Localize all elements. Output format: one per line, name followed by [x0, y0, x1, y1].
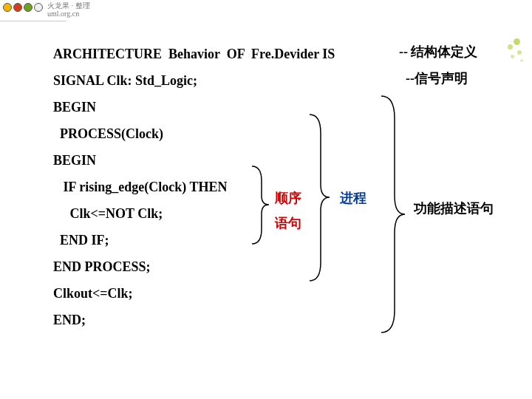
- logo-icon: [3, 1, 41, 15]
- header-divider: [0, 21, 66, 21]
- header-text: 火龙果 · 整理 uml.org.cn: [47, 1, 90, 18]
- bracket-icon: [248, 166, 270, 244]
- header-logo: 火龙果 · 整理 uml.org.cn: [0, 0, 93, 19]
- code-line: ARCHITECTURE Behavior OF Fre.Devider IS: [53, 41, 335, 67]
- bracket-icon: [306, 115, 331, 281]
- code-line: PROCESS(Clock): [53, 120, 335, 147]
- annotation-stmt: 语句: [275, 214, 301, 232]
- code-line: BEGIN: [53, 94, 335, 120]
- comment-arch-def: -- 结构体定义: [399, 43, 478, 61]
- code-line: BEGIN: [53, 147, 335, 174]
- annotation-process: 进程: [340, 189, 366, 207]
- code-line: Clkout<=Clk;: [53, 280, 335, 307]
- decorative-dot-icon: [508, 44, 513, 50]
- code-line: END;: [53, 307, 335, 333]
- decorative-dot-icon: [514, 38, 520, 45]
- annotation-behavior-stmt: 功能描述语句: [414, 200, 494, 217]
- decorative-dot-icon: [511, 55, 514, 58]
- brand-text: 火龙果 · 整理: [47, 1, 90, 10]
- brand-url: uml.org.cn: [47, 10, 79, 18]
- code-block: ARCHITECTURE Behavior OF Fre.Devider IS …: [53, 41, 335, 333]
- comment-signal-decl: --信号声明: [406, 69, 468, 87]
- decorative-dot-icon: [520, 59, 523, 62]
- annotation-seq: 顺序: [275, 189, 301, 207]
- code-line: END PROCESS;: [53, 253, 335, 280]
- bracket-icon: [377, 96, 406, 332]
- code-line: SIGNAL Clk: Std_Logic;: [53, 67, 335, 94]
- decorative-dot-icon: [517, 50, 522, 55]
